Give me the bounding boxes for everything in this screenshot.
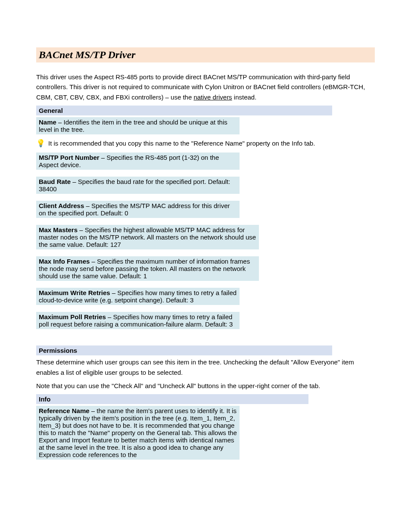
- prop-baud-label: Baud Rate: [39, 178, 71, 185]
- permissions-text-2: Note that you can use the "Check All" an…: [36, 381, 375, 391]
- prop-ref-label: Reference Name: [39, 407, 90, 414]
- prop-addr-label: Client Address: [39, 202, 84, 209]
- page-title: BACnet MS/TP Driver: [39, 49, 135, 60]
- prop-name-label: Name: [39, 118, 56, 126]
- tip-row: 💡 It is recommended that you copy this n…: [36, 139, 375, 149]
- prop-name-row: Name – Identifies the item in the tree a…: [36, 117, 240, 134]
- tip-text: It is recommended that you copy this nam…: [48, 139, 315, 149]
- lightbulb-icon: 💡: [36, 139, 44, 147]
- prop-write-label: Maximum Write Retries: [39, 289, 110, 296]
- section-info-label: Info: [39, 395, 51, 403]
- prop-mstp-label: MS/TP Port Number: [39, 154, 100, 161]
- permissions-text-block: These determine which user groups can se…: [36, 357, 375, 391]
- section-general-label: General: [39, 107, 63, 114]
- prop-maxmaster-label: Max Masters: [39, 226, 78, 233]
- prop-info-label: Max Info Frames: [39, 258, 90, 265]
- intro-text-end: instead.: [234, 93, 257, 101]
- prop-info-row: Max Info Frames – Specifies the maximum …: [36, 256, 259, 281]
- prop-baud-row: Baud Rate – Specifies the baud rate for …: [36, 177, 240, 194]
- intro-paragraph: This driver uses the Aspect RS-485 ports…: [36, 72, 375, 102]
- section-permissions: Permissions: [36, 345, 332, 355]
- prop-poll-label: Maximum Poll Retries: [39, 313, 106, 320]
- prop-maxmaster-row: Max Masters – Specifies the highest allo…: [36, 225, 259, 249]
- permissions-text-1: These determine which user groups can se…: [36, 357, 375, 377]
- document-page: BACnet MS/TP Driver This driver uses the…: [0, 0, 411, 487]
- prop-mstp-row: MS/TP Port Number – Specifies the RS-485…: [36, 152, 240, 170]
- prop-ref-text: – the name the item's parent uses to ide…: [39, 407, 237, 458]
- prop-name-text: – Identifies the item in the tree and sh…: [39, 118, 227, 133]
- prop-ref-row: Reference Name – the name the item's par…: [36, 406, 240, 460]
- page-title-bar: BACnet MS/TP Driver: [36, 47, 375, 62]
- prop-poll-row: Maximum Poll Retries – Specifies how man…: [36, 312, 240, 329]
- native-drivers-link[interactable]: native drivers: [193, 93, 232, 101]
- prop-write-row: Maximum Write Retries – Specifies how ma…: [36, 288, 240, 305]
- section-general: General: [36, 106, 332, 115]
- section-permissions-label: Permissions: [39, 347, 77, 354]
- prop-addr-row: Client Address – Specifies the MS/TP MAC…: [36, 201, 240, 218]
- section-info: Info: [36, 394, 308, 404]
